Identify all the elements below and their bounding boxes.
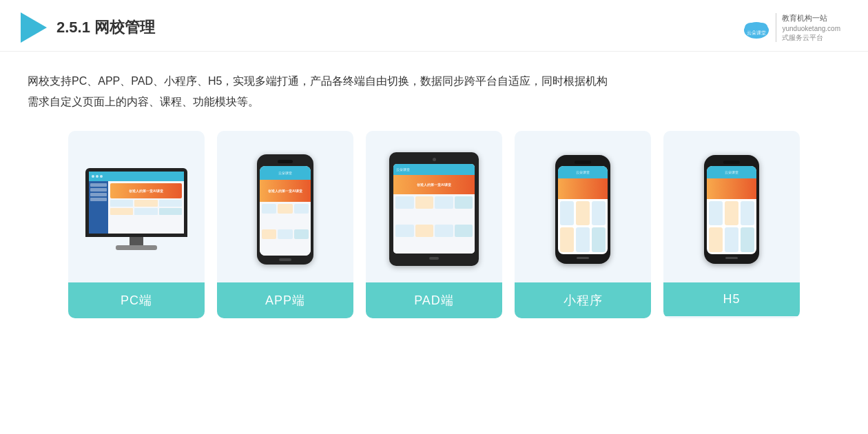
- card-app-label: APP端: [217, 282, 353, 318]
- description-line2: 需求自定义页面上的内容、课程、功能模块等。: [28, 92, 840, 112]
- description-block: 网校支持PC、APP、PAD、小程序、H5，实现多端打通，产品各终端自由切换，数…: [0, 52, 868, 124]
- header: 2.5.1 网校管理 云朵课堂 教育机构一站 yunduoketang.com …: [0, 0, 868, 52]
- card-miniprogram-image: 云朵课堂: [515, 131, 651, 282]
- cloud-icon: 云朵课堂: [741, 15, 772, 40]
- card-miniprogram-label: 小程序: [515, 282, 651, 318]
- card-app: 云朵课堂 创造人的第一堂AI课堂: [217, 131, 353, 318]
- card-h5: 云朵课堂: [663, 131, 800, 318]
- svg-text:云朵课堂: 云朵课堂: [747, 30, 766, 35]
- brand-triangle-icon: [21, 12, 47, 43]
- card-h5-label: H5: [663, 282, 800, 316]
- card-pc: 创造人的第一堂AI课堂: [68, 131, 205, 318]
- card-pad-label: PAD端: [366, 282, 502, 318]
- page-container: 2.5.1 网校管理 云朵课堂 教育机构一站 yunduoketang.com …: [0, 0, 868, 434]
- phone-illustration: 云朵课堂 创造人的第一堂AI课堂: [257, 154, 313, 265]
- card-pc-image: 创造人的第一堂AI课堂: [68, 131, 205, 282]
- logo-tagline2: 式服务云平台: [782, 33, 840, 42]
- logo-site: yunduoketang.com: [782, 24, 840, 33]
- header-left: 2.5.1 网校管理: [21, 12, 155, 43]
- card-pad: 云朵课堂 创造人的第一堂AI课堂: [366, 131, 502, 318]
- page-title: 2.5.1 网校管理: [56, 17, 155, 38]
- pc-monitor-illustration: 创造人的第一堂AI课堂: [85, 168, 187, 250]
- card-pad-image: 云朵课堂 创造人的第一堂AI课堂: [366, 131, 502, 282]
- h5-phone-illustration: 云朵课堂: [704, 155, 759, 264]
- logo-text-block: 教育机构一站 yunduoketang.com 式服务云平台: [776, 13, 840, 41]
- card-miniprogram: 云朵课堂: [515, 131, 651, 318]
- card-pc-label: PC端: [68, 282, 205, 318]
- device-cards-section: 创造人的第一堂AI课堂: [0, 124, 868, 332]
- card-app-image: 云朵课堂 创造人的第一堂AI课堂: [217, 131, 353, 282]
- brand-logo: 云朵课堂 教育机构一站 yunduoketang.com 式服务云平台: [741, 13, 840, 41]
- logo-tagline1: 教育机构一站: [782, 13, 840, 23]
- header-right: 云朵课堂 教育机构一站 yunduoketang.com 式服务云平台: [741, 13, 840, 41]
- description-line1: 网校支持PC、APP、PAD、小程序、H5，实现多端打通，产品各终端自由切换，数…: [28, 71, 840, 92]
- miniprogram-phone-illustration: 云朵课堂: [555, 155, 610, 264]
- pad-illustration: 云朵课堂 创造人的第一堂AI课堂: [389, 152, 479, 266]
- card-h5-image: 云朵课堂: [663, 131, 800, 282]
